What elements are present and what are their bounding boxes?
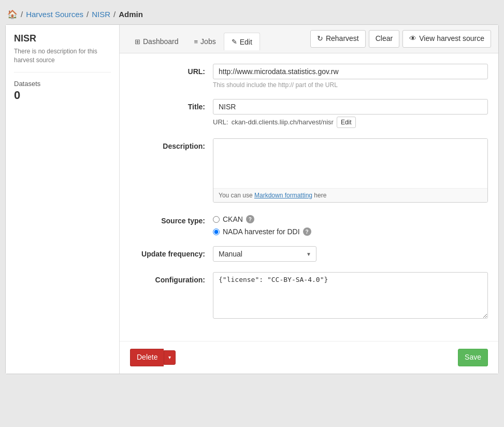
main-container: NISR There is no description for this ha… (5, 24, 499, 374)
title-input[interactable] (213, 99, 488, 115)
update-frequency-label: Update frequency: (130, 246, 213, 262)
update-frequency-group: Update frequency: Manual Daily Weekly Bi… (130, 246, 488, 262)
update-frequency-select[interactable]: Manual Daily Weekly Biweekly Monthly (213, 246, 316, 262)
markdown-hint: You can use Markdown formatting here (213, 188, 487, 202)
view-harvest-source-button[interactable]: 👁 View harvest source (402, 30, 491, 48)
form-content: URL: This should include the http:// par… (120, 53, 498, 341)
description-label: Description: (130, 138, 213, 203)
title-url-value: ckan-ddi.clients.liip.ch/harvest/nisr (232, 118, 334, 126)
nada-help-icon[interactable]: ? (303, 227, 311, 236)
tab-dashboard[interactable]: ⊞ Dashboard (127, 33, 186, 50)
jobs-icon: ≡ (194, 38, 198, 46)
source-type-wrap: CKAN ? NADA harvester for DDI ? (213, 213, 488, 236)
breadcrumb-separator-1: / (21, 10, 23, 19)
radio-ckan: CKAN ? (213, 215, 488, 223)
configuration-label: Configuration: (130, 272, 213, 320)
title-group: Title: URL: ckan-ddi.clients.liip.ch/har… (130, 99, 488, 129)
tab-jobs[interactable]: ≡ Jobs (186, 33, 224, 50)
radio-nada-label: NADA harvester for DDI (223, 227, 300, 236)
tabs: ⊞ Dashboard ≡ Jobs ✎ Edit (127, 33, 260, 50)
url-input[interactable] (213, 64, 488, 79)
tab-edit-label: Edit (240, 38, 252, 46)
current-page-label: Admin (119, 10, 143, 19)
description-container: You can use Markdown formatting here (213, 138, 488, 203)
description-textarea[interactable] (213, 139, 487, 187)
tabs-row: ⊞ Dashboard ≡ Jobs ✎ Edit ↻ Reha (120, 25, 498, 53)
url-help-text: This should include the http:// part of … (213, 81, 488, 89)
edit-icon: ✎ (232, 38, 237, 46)
description-group: Description: You can use Markdown format… (130, 138, 488, 203)
title-url-edit-button[interactable]: Edit (337, 117, 356, 129)
clear-label: Clear (376, 34, 393, 44)
delete-button-group: Delete ▾ (130, 349, 176, 366)
datasets-count: 0 (14, 89, 111, 102)
radio-group: CKAN ? NADA harvester for DDI ? (213, 213, 488, 236)
title-label: Title: (130, 99, 213, 129)
ckan-help-icon[interactable]: ? (246, 215, 254, 223)
delete-button[interactable]: Delete (130, 349, 164, 366)
sidebar-description: There is no description for this harvest… (14, 47, 111, 73)
url-label: URL: (130, 64, 213, 89)
tab-dashboard-label: Dashboard (143, 37, 179, 46)
update-frequency-wrap: Manual Daily Weekly Biweekly Monthly (213, 246, 488, 262)
home-icon[interactable]: 🏠 (7, 9, 18, 19)
title-wrap: URL: ckan-ddi.clients.liip.ch/harvest/ni… (213, 99, 488, 129)
url-wrap: This should include the http:// part of … (213, 64, 488, 89)
configuration-textarea[interactable]: {"license": "CC-BY-SA-4.0"} (213, 272, 488, 319)
form-footer: Delete ▾ Save (120, 341, 498, 374)
delete-dropdown-button[interactable]: ▾ (164, 350, 176, 365)
configuration-group: Configuration: {"license": "CC-BY-SA-4.0… (130, 272, 488, 320)
tab-edit[interactable]: ✎ Edit (224, 33, 260, 50)
title-url-hint: URL: ckan-ddi.clients.liip.ch/harvest/ni… (213, 117, 488, 129)
breadcrumb: 🏠 / Harvest Sources / NISR / Admin (5, 5, 499, 24)
url-group: URL: This should include the http:// par… (130, 64, 488, 89)
reharvest-button[interactable]: ↻ Reharvest (310, 30, 366, 48)
breadcrumb-separator-2: / (87, 10, 89, 19)
title-url-prefix: URL: (213, 118, 228, 126)
datasets-label: Datasets (14, 80, 111, 88)
save-button[interactable]: Save (458, 349, 488, 366)
sidebar: NISR There is no description for this ha… (6, 25, 120, 374)
markdown-suffix: here (314, 192, 326, 199)
update-frequency-select-wrap: Manual Daily Weekly Biweekly Monthly (213, 246, 316, 262)
radio-ckan-input[interactable] (213, 216, 220, 223)
radio-ckan-label: CKAN (223, 215, 243, 223)
sidebar-title: NISR (14, 33, 111, 44)
nisr-link[interactable]: NISR (92, 10, 110, 19)
view-harvest-source-label: View harvest source (419, 34, 484, 44)
source-type-label: Source type: (130, 213, 213, 236)
reharvest-icon: ↻ (317, 34, 323, 44)
radio-nada-input[interactable] (213, 229, 220, 235)
markdown-link[interactable]: Markdown formatting (254, 192, 312, 199)
radio-nada: NADA harvester for DDI ? (213, 227, 488, 236)
clear-button[interactable]: Clear (369, 30, 399, 48)
markdown-text: You can use (219, 192, 253, 199)
action-buttons: ↻ Reharvest Clear 👁 View harvest source (310, 30, 491, 53)
content-area: ⊞ Dashboard ≡ Jobs ✎ Edit ↻ Reha (120, 25, 498, 374)
eye-icon: 👁 (409, 34, 416, 44)
source-type-group: Source type: CKAN ? NADA harvester for D… (130, 213, 488, 236)
harvest-sources-link[interactable]: Harvest Sources (26, 10, 83, 19)
breadcrumb-separator-3: / (113, 10, 116, 19)
dashboard-icon: ⊞ (135, 38, 140, 46)
reharvest-label: Reharvest (326, 34, 359, 44)
description-wrap: You can use Markdown formatting here (213, 138, 488, 203)
tab-jobs-label: Jobs (200, 37, 216, 46)
configuration-wrap: {"license": "CC-BY-SA-4.0"} (213, 272, 488, 320)
delete-caret-icon: ▾ (168, 354, 171, 361)
